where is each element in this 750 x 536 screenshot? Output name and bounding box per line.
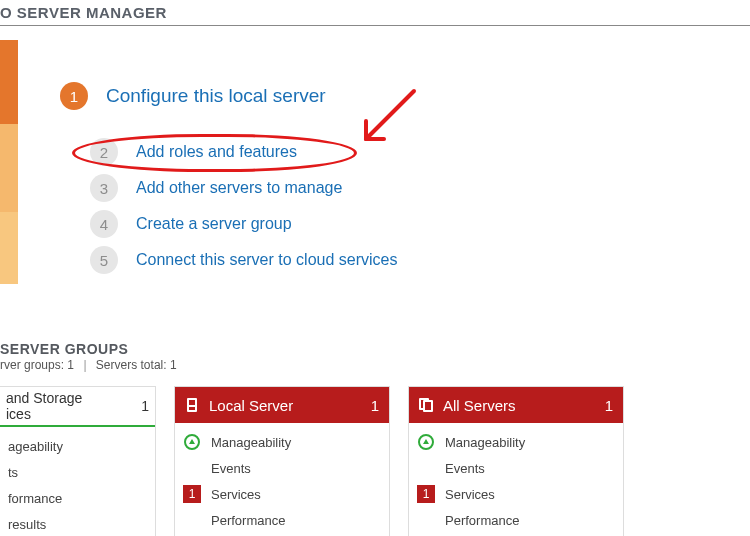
create-server-group-link[interactable]: Create a server group xyxy=(136,215,292,233)
step-number-5: 5 xyxy=(90,246,118,274)
groups-count: rver groups: 1 xyxy=(0,358,74,372)
file-storage-tile[interactable]: and Storage ices 1 ageability ts formanc… xyxy=(0,386,156,536)
add-roles-features-link[interactable]: Add roles and features xyxy=(136,143,297,161)
manageability-row[interactable]: Manageability xyxy=(417,429,615,455)
top-bar: O SERVER MANAGER xyxy=(0,0,750,26)
events-row[interactable]: Events xyxy=(183,455,381,481)
status-ok-icon xyxy=(418,434,434,450)
status-ok-icon xyxy=(184,434,200,450)
list-item[interactable]: formance xyxy=(8,485,147,511)
list-item[interactable]: results xyxy=(8,511,147,536)
connect-cloud-link[interactable]: Connect this server to cloud services xyxy=(136,251,397,269)
server-groups-section: SERVER GROUPS rver groups: 1 | Servers t… xyxy=(0,341,750,536)
server-icon xyxy=(185,398,199,412)
all-servers-tile[interactable]: All Servers 1 Manageability Events 1 Ser… xyxy=(408,386,624,536)
local-server-tile-header: Local Server 1 xyxy=(175,387,389,423)
server-groups-heading: SERVER GROUPS xyxy=(0,341,750,357)
all-servers-title: All Servers xyxy=(443,397,516,414)
file-storage-count: 1 xyxy=(141,398,149,414)
app-title: O SERVER MANAGER xyxy=(0,4,167,21)
step-number-4: 4 xyxy=(90,210,118,238)
all-servers-count: 1 xyxy=(605,397,613,414)
local-server-count: 1 xyxy=(371,397,379,414)
configure-local-server-link[interactable]: Configure this local server xyxy=(106,85,326,107)
step-number-2: 2 xyxy=(90,138,118,166)
alert-badge: 1 xyxy=(183,485,201,503)
servers-total: Servers total: 1 xyxy=(96,358,177,372)
file-storage-tile-header: and Storage ices 1 xyxy=(0,387,155,427)
quickstart-tab[interactable] xyxy=(0,40,18,124)
alert-badge: 1 xyxy=(417,485,435,503)
separator: | xyxy=(83,358,86,372)
server-groups-subtitle: rver groups: 1 | Servers total: 1 xyxy=(0,358,750,372)
welcome-panel: 1 Configure this local server 2 Add role… xyxy=(0,26,750,301)
list-item[interactable]: ageability xyxy=(8,433,147,459)
performance-row[interactable]: Performance xyxy=(183,507,381,533)
file-storage-title-l2: ices xyxy=(6,406,82,422)
services-row[interactable]: 1 Services xyxy=(183,481,381,507)
learnmore-tab[interactable] xyxy=(0,212,18,284)
whatsnew-tab[interactable] xyxy=(0,124,18,212)
step-number-1: 1 xyxy=(60,82,88,110)
step-number-3: 3 xyxy=(90,174,118,202)
list-item[interactable]: ts xyxy=(8,459,147,485)
manageability-row[interactable]: Manageability xyxy=(183,429,381,455)
add-other-servers-link[interactable]: Add other servers to manage xyxy=(136,179,342,197)
local-server-tile[interactable]: Local Server 1 Manageability Events 1 Se… xyxy=(174,386,390,536)
events-row[interactable]: Events xyxy=(417,455,615,481)
local-server-title: Local Server xyxy=(209,397,293,414)
services-row[interactable]: 1 Services xyxy=(417,481,615,507)
file-storage-title-l1: and Storage xyxy=(6,390,82,406)
side-tab-strip xyxy=(0,40,18,290)
servers-icon xyxy=(419,398,433,412)
all-servers-tile-header: All Servers 1 xyxy=(409,387,623,423)
performance-row[interactable]: Performance xyxy=(417,507,615,533)
tiles-row: and Storage ices 1 ageability ts formanc… xyxy=(0,386,750,536)
quick-start-steps: 1 Configure this local server 2 Add role… xyxy=(60,78,397,278)
